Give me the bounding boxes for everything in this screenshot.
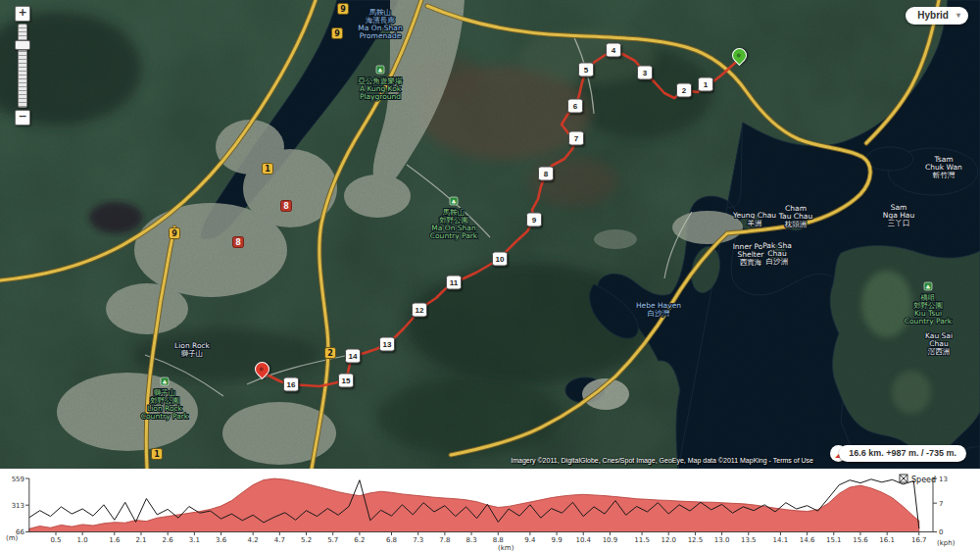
x-axis-tick: 2.1 <box>135 536 146 544</box>
x-axis-tick: 15.6 <box>853 536 868 544</box>
zoom-in-button[interactable]: + <box>15 6 30 22</box>
speed-legend-label: Speed <box>911 476 936 484</box>
map-canvas[interactable]: 馬鞍山海濱長廊Ma On ShanPromenade♣亞公角遊樂場A Kung … <box>0 0 980 469</box>
zoom-out-button[interactable]: − <box>15 110 30 125</box>
x-axis-tick: 14.6 <box>800 536 815 544</box>
svg-text:Country Park: Country Park <box>141 412 189 421</box>
waypoint-marker-14[interactable]: 14 <box>345 349 361 364</box>
x-axis-tick: 1.6 <box>109 536 121 544</box>
map-type-label: Hybrid <box>917 8 949 24</box>
x-axis-unit: (km) <box>498 544 514 552</box>
svg-text:Country Park: Country Park <box>905 317 953 326</box>
svg-text:三丫口: 三丫口 <box>888 219 910 227</box>
waypoint-marker-10[interactable]: 10 <box>492 252 508 267</box>
zoom-slider-handle[interactable] <box>15 40 30 50</box>
waypoint-marker-12[interactable]: 12 <box>412 303 427 318</box>
svg-text:枕頭洲: 枕頭洲 <box>784 220 808 228</box>
svg-text:9: 9 <box>172 229 177 238</box>
map-type-button[interactable]: Hybrid ▾ <box>906 7 968 25</box>
chart-canvas[interactable]: 55931366(m)1370(kph)0.51.01.62.12.63.13.… <box>0 469 980 552</box>
right-axis-tick: 7 <box>939 500 943 508</box>
waypoint-marker-11[interactable]: 11 <box>446 276 462 290</box>
speed-legend[interactable]: Speed <box>900 475 936 484</box>
svg-text:8: 8 <box>283 202 289 211</box>
waypoint-marker-7[interactable]: 7 <box>568 131 584 146</box>
x-axis-tick: 5.2 <box>301 536 312 544</box>
elevation-speed-chart: 55931366(m)1370(kph)0.51.01.62.12.63.13.… <box>0 469 980 552</box>
svg-text:1: 1 <box>265 165 270 174</box>
attribution: Imagery ©2011, DigitalGlobe, Cnes/Spot I… <box>511 456 813 465</box>
x-axis-tick: 14.1 <box>773 536 789 544</box>
left-axis-tick: 313 <box>12 502 24 510</box>
x-axis-tick: 2.6 <box>163 536 174 544</box>
x-axis-tick: 4.2 <box>248 536 259 544</box>
svg-text:獅子山: 獅子山 <box>181 349 204 358</box>
waypoint-marker-9[interactable]: 9 <box>526 213 542 227</box>
road-shield-9: 9 <box>170 228 180 239</box>
waypoint-marker-2[interactable]: 2 <box>676 83 692 98</box>
waypoint-marker-4[interactable]: 4 <box>606 43 621 58</box>
x-axis-tick: 10.9 <box>603 536 618 544</box>
svg-text:♣: ♣ <box>451 198 456 205</box>
x-axis-tick: 16.7 <box>911 536 927 544</box>
svg-text:8: 8 <box>235 238 241 247</box>
x-axis-tick: 4.7 <box>274 536 285 544</box>
x-axis-tick: 12.5 <box>688 536 704 544</box>
waypoint-marker-3[interactable]: 3 <box>637 66 653 80</box>
left-axis-tick: 559 <box>12 476 24 483</box>
x-axis-tick: 9.4 <box>524 536 536 544</box>
zoom-control: + − <box>14 6 31 125</box>
x-axis-tick: 1.0 <box>77 536 88 544</box>
svg-text:♣: ♣ <box>377 67 382 74</box>
waypoint-marker-8[interactable]: 8 <box>538 167 554 181</box>
svg-text:Promenade: Promenade <box>360 31 402 40</box>
waypoint-marker-6[interactable]: 6 <box>567 99 583 114</box>
x-axis-tick: 11.5 <box>634 536 650 544</box>
svg-text:Playground: Playground <box>360 92 401 101</box>
road-shield-1: 1 <box>152 449 163 460</box>
x-axis-tick: 16.1 <box>879 536 895 544</box>
svg-text:西貢海: 西貢海 <box>740 258 762 267</box>
svg-text:2: 2 <box>327 349 333 358</box>
x-axis-tick: 15.1 <box>826 536 842 544</box>
x-axis-tick: 5.7 <box>327 536 338 544</box>
waypoint-marker-5[interactable]: 5 <box>578 63 594 77</box>
map[interactable]: 馬鞍山海濱長廊Ma On ShanPromenade♣亞公角遊樂場A Kung … <box>0 0 980 469</box>
svg-text:9: 9 <box>334 29 340 38</box>
gps-track-viewer: 馬鞍山海濱長廊Ma On ShanPromenade♣亞公角遊樂場A Kung … <box>0 0 980 552</box>
x-axis-tick: 8.8 <box>493 536 504 544</box>
svg-text:斬竹灣: 斬竹灣 <box>933 171 956 179</box>
x-axis-tick: 6.2 <box>354 536 365 544</box>
elevation-area[interactable] <box>29 478 919 531</box>
waypoint-marker-1[interactable]: 1 <box>698 77 713 92</box>
right-axis-tick: 0 <box>939 528 943 536</box>
zoom-slider-track[interactable] <box>18 24 27 108</box>
waypoint-marker-13[interactable]: 13 <box>379 337 395 352</box>
right-axis-tick: 13 <box>939 476 948 483</box>
svg-text:羊洲: 羊洲 <box>748 219 762 227</box>
x-axis-tick: 7.8 <box>439 536 450 544</box>
svg-text:♣: ♣ <box>162 378 167 385</box>
svg-text:Country Park: Country Park <box>430 231 478 240</box>
terms-of-use-link[interactable]: Terms of Use <box>773 457 813 464</box>
svg-text:♣: ♣ <box>925 283 930 290</box>
svg-text:滘西洲: 滘西洲 <box>928 347 951 356</box>
x-axis-tick: 6.8 <box>386 536 397 544</box>
road-shield-9: 9 <box>338 4 349 15</box>
waypoint-marker-16[interactable]: 16 <box>283 377 299 392</box>
x-axis-tick: 3.1 <box>189 536 200 544</box>
road-shield-2: 2 <box>325 348 336 359</box>
x-axis-tick: 0.5 <box>50 536 61 544</box>
x-axis-tick: 12.0 <box>661 536 676 544</box>
x-axis-tick: 13.0 <box>714 536 730 544</box>
waypoint-marker-15[interactable]: 15 <box>338 374 354 388</box>
x-axis-tick: 9.9 <box>551 536 562 544</box>
x-axis-tick: 13.5 <box>741 536 757 544</box>
road-shield-9: 9 <box>332 28 343 39</box>
x-axis-tick: 3.6 <box>216 536 227 544</box>
road-shield-8: 8 <box>233 237 244 248</box>
dropdown-arrow-icon: ▾ <box>956 8 960 24</box>
x-axis-tick: 10.4 <box>575 536 591 544</box>
svg-text:白沙洲: 白沙洲 <box>766 257 789 266</box>
svg-text:1: 1 <box>154 450 160 459</box>
